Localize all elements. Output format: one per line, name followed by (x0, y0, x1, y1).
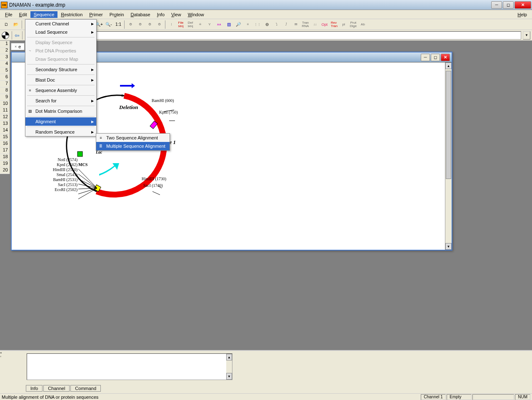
channel-dropdown[interactable]: ▼ (523, 31, 530, 40)
scroll-down-icon[interactable]: ▼ (226, 373, 232, 380)
menu-database[interactable]: Database (127, 11, 154, 18)
maximize-button[interactable]: ◻ (503, 1, 514, 9)
ruler-number: 5 (0, 67, 10, 74)
tab-info[interactable]: Info (26, 385, 42, 392)
scroll-up-icon[interactable]: ▲ (226, 354, 232, 360)
tab-close-icon[interactable]: × (15, 45, 17, 49)
menu-icon: ≡ (98, 135, 104, 141)
tool-e[interactable]: ⫶ (167, 20, 176, 29)
svg-line-7 (78, 169, 97, 188)
doc-close-button[interactable]: ✕ (441, 54, 450, 61)
site-saci-1740: SacI (1740) (143, 183, 163, 188)
prot-dige-button[interactable]: ProtDige (349, 20, 358, 29)
menu-item-search-for[interactable]: Search for▶ (25, 97, 96, 105)
menu-primer[interactable]: Primer (86, 11, 106, 18)
tool-g[interactable]: Y (205, 20, 214, 29)
menu-item-draw-sequence-map: Draw Sequence Map (25, 55, 96, 63)
menu-window[interactable]: Window (185, 11, 207, 18)
pi-button[interactable]: pI (339, 20, 348, 29)
zoom-ratio[interactable]: 1:1 (114, 20, 123, 29)
new-file-button[interactable]: 🗋 (2, 20, 11, 29)
ruler-number: 13 (0, 121, 10, 127)
scroll-down-arrow[interactable]: ▼ (445, 243, 452, 250)
menu-item-plot-dna-properties: ~Plot DNA Properties (25, 47, 96, 55)
vertical-scrollbar[interactable]: ▲ ▼ (445, 62, 452, 250)
tool-chart[interactable]: ▨ (224, 20, 233, 29)
tab-1[interactable]: × e (11, 43, 25, 50)
rev-tran-button[interactable]: RevTran (330, 20, 339, 29)
submenu-item-multiple-sequence-alignment[interactable]: ≣Multiple Sequence Alignment (96, 142, 170, 150)
menu-item-current-channel[interactable]: Current Channel▶ (25, 20, 96, 28)
tool-f[interactable]: ⚛ (195, 20, 205, 29)
ruler-number: 2 (0, 47, 10, 54)
menu-icon: ≣ (98, 143, 104, 149)
menu-restriction[interactable]: Restriction (57, 11, 86, 18)
rna-button[interactable]: TranRNA (301, 20, 310, 29)
close-button[interactable]: ✕ (515, 1, 531, 9)
site-kpni-750: KpnI (750) (159, 110, 178, 114)
status-empty: Empty (447, 394, 472, 400)
menu-edit[interactable]: Edit (16, 11, 30, 18)
tool-c[interactable]: ⚙ (145, 20, 154, 29)
scroll-thumb[interactable] (446, 71, 451, 179)
menu-item-load-sequence[interactable]: Load Sequence▶ (25, 28, 96, 36)
channel-input[interactable] (25, 31, 521, 40)
ruler-number: 7 (0, 81, 10, 87)
menu-item-sequence-assembly[interactable]: ≡Sequence Assembly (25, 86, 96, 94)
site-saci-2513: SacI (2513) (44, 182, 77, 187)
status-blank (472, 394, 514, 400)
svg-rect-0 (77, 152, 82, 157)
ruler-number: 12 (0, 114, 10, 121)
menu-item-secondary-structure[interactable]: Secondary Structure▶ (25, 65, 96, 74)
menubar: File Edit Sequence Restriction Primer Pr… (0, 10, 532, 19)
tab-command[interactable]: Command (70, 385, 101, 392)
tool-l[interactable]: ⤵ (272, 20, 281, 29)
menu-view[interactable]: View (168, 11, 185, 18)
menu-info[interactable]: Info (154, 11, 168, 18)
panel-handle[interactable]: ×▫ (0, 351, 5, 356)
opt-button[interactable]: Opt (320, 20, 329, 29)
menu-help[interactable]: Help (514, 11, 530, 18)
tool-a[interactable]: ⚙ (126, 20, 135, 29)
doc-maximize-button[interactable]: ◻ (431, 54, 440, 61)
menu-item-alignment[interactable]: Alignment▶ (25, 117, 96, 126)
scroll-up-arrow[interactable]: ▲ (445, 62, 452, 69)
channel-icon[interactable] (2, 32, 9, 39)
ruler: 1234567891011121314151617181920 (0, 41, 10, 174)
ab-button[interactable]: Ab (358, 20, 367, 29)
submenu-item-two-sequence-alignment[interactable]: ≡Two Sequence Alignment (96, 134, 170, 142)
open-file-button[interactable]: 📂 (11, 20, 20, 29)
doc-minimize-button[interactable]: ─ (421, 54, 430, 61)
tool-j[interactable]: ⋮⋮ (253, 20, 262, 29)
menu-file[interactable]: File (2, 11, 16, 18)
bottom-panel: ×▫ ▲ ▼ Info Channel Command (0, 350, 532, 393)
output-textarea[interactable]: ▲ ▼ (27, 353, 232, 380)
tool-n[interactable]: ✉ (291, 20, 300, 29)
submenu-arrow-icon: ▶ (91, 130, 94, 134)
tool-b[interactable]: ⚙ (135, 20, 145, 29)
status-channel: Channel 1 (421, 394, 446, 400)
menu-item-dot-matrix-comparison[interactable]: ▨Dot Matrix Comparison (25, 107, 96, 115)
site-bamhi-600: BamHI (600) (152, 98, 174, 103)
file-seq-button[interactable]: Fileseq (176, 20, 185, 29)
svg-line-13 (78, 188, 97, 199)
tool-o[interactable]: ↓↓ (310, 20, 320, 29)
menu-protein[interactable]: Protein (106, 11, 127, 18)
tool-d[interactable]: ⚙ (155, 20, 164, 29)
zero-label: 0 (121, 93, 123, 98)
search-button[interactable]: 🔎 (234, 20, 243, 29)
mcs-label: MCS (78, 162, 87, 167)
def-seq-button[interactable]: Defseq (186, 20, 195, 29)
menu-item-blast-doc[interactable]: Blast Doc▶ (25, 76, 96, 84)
menu-item-random-sequence[interactable]: Random Sequence▶ (25, 128, 96, 136)
tool-m[interactable]: ⤴ (282, 20, 291, 29)
menu-sequence[interactable]: Sequence (30, 11, 58, 18)
output-scrollbar[interactable]: ▲ ▼ (226, 354, 232, 380)
back-button[interactable]: ⇦ (15, 32, 20, 39)
tab-channel[interactable]: Channel (43, 385, 70, 392)
minimize-button[interactable]: ─ (491, 1, 502, 9)
tool-i[interactable]: ≡ (243, 20, 252, 29)
zoom-out-button[interactable]: 🔍- (104, 20, 113, 29)
tool-k[interactable]: ⊖ (262, 20, 272, 29)
tool-h[interactable]: ᴀᴀ (215, 20, 224, 29)
